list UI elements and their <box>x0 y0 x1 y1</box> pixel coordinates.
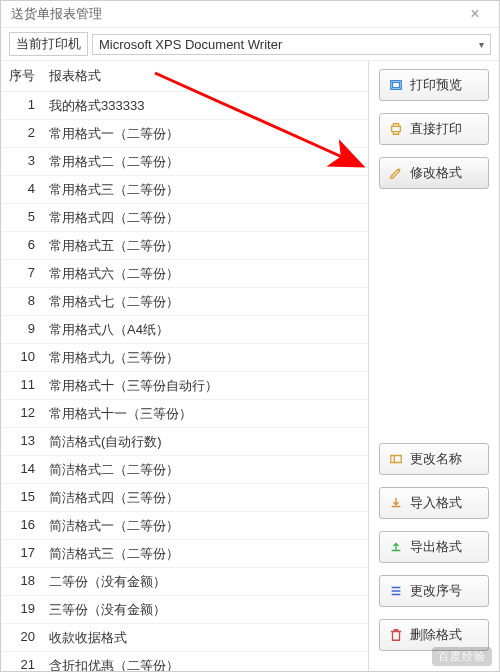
list-item[interactable]: 7常用格式六（二等份） <box>1 260 368 288</box>
list-item-name: 常用格式六（二等份） <box>45 265 368 283</box>
edit-button[interactable]: 修改格式 <box>379 157 489 189</box>
list-item-num: 16 <box>1 517 45 535</box>
list-item-name: 二等份（没有金额） <box>45 573 368 591</box>
list-item[interactable]: 13简洁格式(自动行数) <box>1 428 368 456</box>
list-item-num: 19 <box>1 601 45 619</box>
reorder-icon <box>388 584 404 598</box>
list-item[interactable]: 19三等份（没有金额） <box>1 596 368 624</box>
delete-icon <box>388 628 404 642</box>
button-label: 修改格式 <box>410 164 462 182</box>
spacer <box>379 201 489 443</box>
list-item-num: 9 <box>1 321 45 339</box>
import-button[interactable]: 导入格式 <box>379 487 489 519</box>
list-item-num: 14 <box>1 461 45 479</box>
button-label: 打印预览 <box>410 76 462 94</box>
preview-button[interactable]: 打印预览 <box>379 69 489 101</box>
list-item[interactable]: 5常用格式四（二等份） <box>1 204 368 232</box>
list-item[interactable]: 11常用格式十（三等份自动行） <box>1 372 368 400</box>
list-item[interactable]: 8常用格式七（二等份） <box>1 288 368 316</box>
window: 送货单报表管理 × 当前打印机 Microsoft XPS Document W… <box>0 0 500 672</box>
list-item-name: 简洁格式三（二等份） <box>45 545 368 563</box>
list-item-name: 常用格式一（二等份） <box>45 125 368 143</box>
column-header-num: 序号 <box>1 67 45 85</box>
button-label: 导出格式 <box>410 538 462 556</box>
list-item-num: 5 <box>1 209 45 227</box>
chevron-down-icon: ▾ <box>479 39 484 50</box>
preview-icon <box>388 78 404 92</box>
list-item-name: 三等份（没有金额） <box>45 601 368 619</box>
list-item-num: 12 <box>1 405 45 423</box>
list-item-num: 20 <box>1 629 45 647</box>
edit-icon <box>388 166 404 180</box>
export-button[interactable]: 导出格式 <box>379 531 489 563</box>
close-button[interactable]: × <box>459 5 491 23</box>
import-icon <box>388 496 404 510</box>
list-item-num: 7 <box>1 265 45 283</box>
list-item-num: 18 <box>1 573 45 591</box>
column-header-name: 报表格式 <box>45 67 368 85</box>
list-item[interactable]: 9常用格式八（A4纸） <box>1 316 368 344</box>
printer-label: 当前打印机 <box>9 32 88 56</box>
list-item-num: 13 <box>1 433 45 451</box>
side-pane: 打印预览直接打印修改格式 更改名称导入格式导出格式更改序号删除格式 <box>369 61 499 671</box>
list-item-num: 21 <box>1 657 45 672</box>
list-item[interactable]: 4常用格式三（二等份） <box>1 176 368 204</box>
list-item-num: 10 <box>1 349 45 367</box>
list-item[interactable]: 2常用格式一（二等份） <box>1 120 368 148</box>
list-item-name: 常用格式三（二等份） <box>45 181 368 199</box>
list-item-name: 常用格式四（二等份） <box>45 209 368 227</box>
list-item-name: 常用格式九（三等份） <box>45 349 368 367</box>
list-item-name: 常用格式二（二等份） <box>45 153 368 171</box>
printer-selected-value: Microsoft XPS Document Writer <box>99 37 282 52</box>
list-item-name: 简洁格式二（二等份） <box>45 461 368 479</box>
window-title: 送货单报表管理 <box>11 5 102 23</box>
list-item-num: 1 <box>1 97 45 115</box>
list-item-name: 简洁格式一（二等份） <box>45 517 368 535</box>
list-item[interactable]: 21含折扣优惠（二等份） <box>1 652 368 671</box>
list-item-name: 简洁格式(自动行数) <box>45 433 368 451</box>
export-icon <box>388 540 404 554</box>
list-item[interactable]: 3常用格式二（二等份） <box>1 148 368 176</box>
list-item[interactable]: 12常用格式十一（三等份） <box>1 400 368 428</box>
list-body[interactable]: 1我的格式3333332常用格式一（二等份）3常用格式二（二等份）4常用格式三（… <box>1 92 368 671</box>
list-item[interactable]: 14简洁格式二（二等份） <box>1 456 368 484</box>
list-item[interactable]: 16简洁格式一（二等份） <box>1 512 368 540</box>
reorder-button[interactable]: 更改序号 <box>379 575 489 607</box>
list-item[interactable]: 17简洁格式三（二等份） <box>1 540 368 568</box>
print-button[interactable]: 直接打印 <box>379 113 489 145</box>
list-item-name: 我的格式333333 <box>45 97 368 115</box>
list-item[interactable]: 20收款收据格式 <box>1 624 368 652</box>
list-item-name: 常用格式十一（三等份） <box>45 405 368 423</box>
list-item[interactable]: 18二等份（没有金额） <box>1 568 368 596</box>
list-item-name: 常用格式十（三等份自动行） <box>45 377 368 395</box>
list-item-num: 3 <box>1 153 45 171</box>
button-label: 直接打印 <box>410 120 462 138</box>
list-header: 序号 报表格式 <box>1 61 368 92</box>
button-label: 删除格式 <box>410 626 462 644</box>
list-item-name: 收款收据格式 <box>45 629 368 647</box>
format-list-pane: 序号 报表格式 1我的格式3333332常用格式一（二等份）3常用格式二（二等份… <box>1 61 369 671</box>
list-item[interactable]: 6常用格式五（二等份） <box>1 232 368 260</box>
list-item[interactable]: 15简洁格式四（三等份） <box>1 484 368 512</box>
list-item-num: 2 <box>1 125 45 143</box>
button-label: 更改名称 <box>410 450 462 468</box>
button-label: 更改序号 <box>410 582 462 600</box>
rename-button[interactable]: 更改名称 <box>379 443 489 475</box>
list-item-num: 17 <box>1 545 45 563</box>
list-item-name: 常用格式七（二等份） <box>45 293 368 311</box>
list-item-name: 简洁格式四（三等份） <box>45 489 368 507</box>
printer-row: 当前打印机 Microsoft XPS Document Writer ▾ <box>1 28 499 61</box>
watermark: 百度经验 <box>432 647 492 666</box>
printer-select[interactable]: Microsoft XPS Document Writer ▾ <box>92 34 491 55</box>
list-item-name: 常用格式八（A4纸） <box>45 321 368 339</box>
list-item-name: 常用格式五（二等份） <box>45 237 368 255</box>
list-item-num: 15 <box>1 489 45 507</box>
list-item-name: 含折扣优惠（二等份） <box>45 657 368 672</box>
print-icon <box>388 122 404 136</box>
main-area: 序号 报表格式 1我的格式3333332常用格式一（二等份）3常用格式二（二等份… <box>1 61 499 671</box>
button-label: 导入格式 <box>410 494 462 512</box>
list-item[interactable]: 1我的格式333333 <box>1 92 368 120</box>
list-item[interactable]: 10常用格式九（三等份） <box>1 344 368 372</box>
list-item-num: 8 <box>1 293 45 311</box>
list-item-num: 4 <box>1 181 45 199</box>
